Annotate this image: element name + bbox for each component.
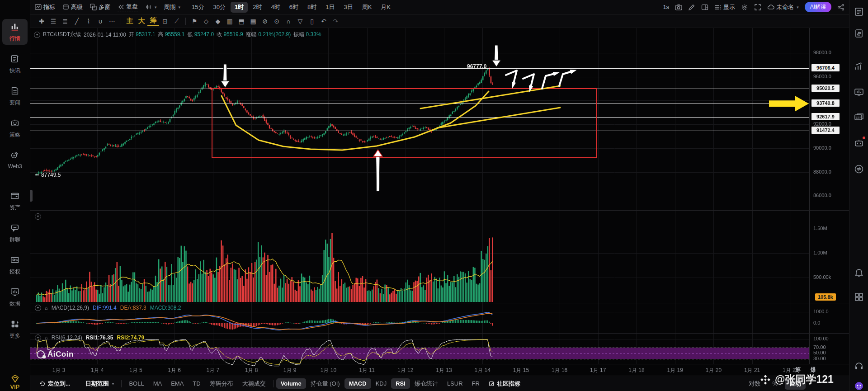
- bottom-button-筹码分布[interactable]: 筹码分布: [205, 378, 238, 390]
- depth-toggle[interactable]: ▾: [145, 4, 157, 10]
- price-level-tag[interactable]: 93740.8: [811, 99, 840, 107]
- sidebar-item-4[interactable]: 策略: [2, 115, 28, 141]
- bottom-button-MA[interactable]: MA: [149, 378, 167, 389]
- scale-button-自动[interactable]: 自动: [785, 378, 806, 390]
- watch-panel-icon[interactable]: [854, 6, 864, 17]
- settings-button[interactable]: [741, 4, 748, 11]
- indicator-button[interactable]: 指标: [35, 3, 55, 11]
- bottom-button-FR[interactable]: FR: [467, 378, 484, 389]
- collapse-volume-icon[interactable]: ▾: [35, 213, 41, 220]
- trash-tool-icon[interactable]: ▯: [306, 18, 318, 25]
- ai-avatar-icon[interactable]: [854, 381, 864, 391]
- pitchfork-tool-icon[interactable]: ⌇: [83, 18, 94, 25]
- timeframe-1时[interactable]: 1时: [231, 2, 248, 13]
- timeframe-6时[interactable]: 6时: [285, 2, 302, 13]
- sidebar-item-6[interactable]: 资产: [2, 188, 28, 214]
- sidebar-item-10[interactable]: 更多: [2, 316, 28, 342]
- timeframe-4时[interactable]: 4时: [267, 2, 284, 13]
- grid-icon[interactable]: [854, 292, 864, 302]
- flag-tool-icon[interactable]: ⚑: [189, 18, 200, 25]
- timeframe-30分[interactable]: 30分: [209, 2, 230, 13]
- filter-tool-icon[interactable]: ▽: [294, 18, 306, 25]
- bottom-button-MACD[interactable]: MACD: [344, 378, 371, 389]
- new-pane-button[interactable]: [701, 4, 708, 11]
- sidebar-item-7[interactable]: 群聊: [2, 220, 28, 246]
- alert-bell-icon[interactable]: ⌂: [45, 305, 48, 311]
- more-tools-icon[interactable]: ⋯: [106, 18, 118, 25]
- screenshot-button[interactable]: [675, 4, 682, 11]
- collapse-rsi-icon[interactable]: ▾: [35, 334, 41, 341]
- display-settings[interactable]: 显示: [714, 3, 735, 11]
- ai-interpret-button[interactable]: AI解读: [805, 2, 831, 12]
- sidebar-item-8[interactable]: 授权: [2, 252, 28, 278]
- candlestick-chart-canvas[interactable]: [30, 28, 849, 376]
- price-level-tag[interactable]: 92617.9: [811, 113, 840, 120]
- bottom-button-Volume[interactable]: Volume: [276, 378, 306, 389]
- price-level-tag[interactable]: 91472.4: [811, 127, 840, 134]
- scale-button-%[interactable]: %: [768, 378, 782, 389]
- monitor-icon[interactable]: [854, 87, 864, 98]
- sidebar-item-5[interactable]: Web3: [2, 147, 28, 172]
- bottom-button-日期范围[interactable]: 日期范围▾: [81, 378, 119, 390]
- bottom-button-定位到...[interactable]: 定位到...: [35, 378, 75, 390]
- speed-selector[interactable]: 1s: [663, 4, 669, 10]
- timeframe-2时[interactable]: 2时: [249, 2, 266, 13]
- sidebar-item-1[interactable]: 行情: [2, 19, 28, 45]
- undo-tool-icon[interactable]: ↶: [318, 18, 330, 25]
- price-level-tag[interactable]: 96706.4: [811, 64, 840, 71]
- etf-icon[interactable]: ETF: [854, 112, 864, 122]
- period-dropdown[interactable]: 周期▾: [164, 3, 181, 11]
- eraser-tool-icon[interactable]: ◆: [212, 18, 224, 25]
- edit-box-tool-icon[interactable]: ⊡: [159, 18, 171, 25]
- cursor-tool-icon[interactable]: ✚: [36, 18, 47, 25]
- bottom-button-社区指标[interactable]: 社区指标: [484, 378, 525, 390]
- bottom-button-BOLL[interactable]: BOLL: [124, 378, 148, 389]
- chips-quick-toggle[interactable]: 筹: [795, 366, 801, 374]
- sidebar-item-9[interactable]: 数据: [2, 284, 28, 310]
- hline-tool-icon[interactable]: ☰: [47, 18, 59, 25]
- timeframe-月K[interactable]: 月K: [377, 2, 395, 13]
- arc-tool-icon[interactable]: ∪: [94, 18, 106, 25]
- note-tool-icon[interactable]: ▤: [247, 18, 259, 25]
- pattern-tool-icon[interactable]: ▥: [224, 18, 236, 25]
- bell-icon[interactable]: [854, 267, 864, 278]
- headset-icon[interactable]: [854, 361, 864, 372]
- collapse-macd-icon[interactable]: ▾: [35, 305, 41, 311]
- trendline-tool-icon[interactable]: ╱: [71, 18, 83, 25]
- redo-tool-icon[interactable]: ↷: [330, 18, 341, 25]
- chart-mode-主[interactable]: 主: [124, 17, 136, 25]
- bottom-button-LSUR[interactable]: LSUR: [443, 378, 467, 389]
- alert-bell-icon[interactable]: ⌂: [45, 335, 48, 340]
- chart-mode-筹[interactable]: 筹: [147, 16, 159, 26]
- magnet-tool-icon[interactable]: ∩: [283, 18, 294, 25]
- ruler-tool-icon[interactable]: ◇: [200, 18, 212, 25]
- robot-icon[interactable]: [854, 137, 864, 148]
- ray-tool-icon[interactable]: ⟋: [171, 17, 183, 25]
- replay-button[interactable]: 复盘: [118, 3, 138, 11]
- bottom-button-EMA[interactable]: EMA: [166, 378, 188, 389]
- fullscreen-button[interactable]: [754, 4, 761, 11]
- bottom-button-持仓量 (OI)[interactable]: 持仓量 (OI): [306, 378, 344, 390]
- parallel-tool-icon[interactable]: ≣: [59, 18, 71, 25]
- sidebar-item-2[interactable]: 快讯: [2, 51, 28, 77]
- workspace-selector[interactable]: 未命名▾: [767, 3, 799, 11]
- annotate-button[interactable]: [688, 4, 695, 11]
- scale-button-对数[interactable]: 对数: [744, 378, 765, 390]
- price-level-tag[interactable]: 95020.5: [811, 85, 840, 92]
- timeframe-周K[interactable]: 周K: [358, 2, 376, 13]
- timeframe-3日[interactable]: 3日: [340, 2, 357, 13]
- trend-rank-icon[interactable]: [854, 61, 864, 72]
- swap-icon[interactable]: [854, 164, 864, 174]
- unlink-tool-icon[interactable]: ⊘: [259, 18, 271, 25]
- sidebar-item-3[interactable]: 要闻: [2, 83, 28, 109]
- advanced-button[interactable]: 高级: [62, 3, 83, 11]
- burst-quick-toggle[interactable]: 爆: [811, 366, 816, 374]
- bottom-button-大额成交[interactable]: 大额成交: [238, 378, 270, 390]
- share-button[interactable]: [837, 4, 844, 11]
- funds-icon[interactable]: [854, 28, 864, 39]
- timeframe-1日[interactable]: 1日: [321, 2, 339, 13]
- left-panel-handle[interactable]: [30, 190, 33, 202]
- timeframe-15分[interactable]: 15分: [188, 2, 208, 13]
- bottom-button-爆仓统计[interactable]: 爆仓统计: [410, 378, 443, 390]
- bottom-button-RSI[interactable]: RSI: [391, 378, 410, 389]
